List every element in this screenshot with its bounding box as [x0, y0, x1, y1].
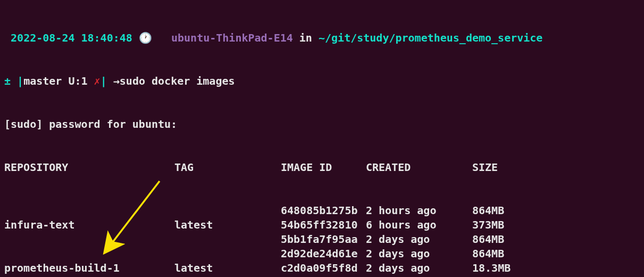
prompt-line-1: 2022-08-24 18:40:48 🕐 ubuntu-ThinkPad-E1… [4, 31, 640, 45]
cell-repository: infura-text [4, 218, 174, 232]
branch-open: | [17, 75, 23, 87]
cell-image-id: 2d92de24d61e [281, 247, 366, 261]
table-row: 5bb1fa7f95aa2 days ago864MB [4, 232, 640, 247]
cell-size: 18.3MB [472, 261, 511, 275]
table-row: infura-textlatest54b65ff328106 hours ago… [4, 218, 640, 232]
cell-image-id: 5bb1fa7f95aa [281, 232, 366, 247]
table-header: REPOSITORYTAGIMAGE IDCREATEDSIZE [4, 160, 640, 175]
cell-created: 2 days ago [366, 261, 472, 275]
header-tag: TAG [174, 160, 281, 175]
git-symbol: ± [4, 75, 11, 87]
hostname: ubuntu-ThinkPad-E14 [171, 31, 293, 44]
cell-size: 864MB [472, 247, 504, 261]
cwd-path: ~/git/study/prometheus_demo_service [319, 31, 542, 44]
cell-created: 6 hours ago [366, 218, 472, 232]
in-word: in [299, 31, 312, 44]
cell-image-id: 54b65ff32810 [281, 218, 366, 232]
cell-repository: prometheus-build-1 [4, 261, 174, 275]
header-created: CREATED [366, 160, 472, 175]
cell-image-id: c2d0a09f5f8d [281, 261, 366, 275]
header-repository: REPOSITORY [4, 160, 174, 175]
table-row: 2d92de24d61e2 days ago864MB [4, 247, 640, 261]
cell-image-id: 648085b1275b [281, 203, 366, 218]
header-size: SIZE [472, 160, 498, 175]
command-text: sudo docker images [120, 75, 235, 87]
cell-created: 2 days ago [366, 247, 472, 261]
terminal-output[interactable]: 2022-08-24 18:40:48 🕐 ubuntu-ThinkPad-E1… [0, 0, 644, 277]
cell-size: 373MB [472, 218, 504, 232]
header-image-id: IMAGE ID [281, 160, 366, 175]
git-dirty-icon: ✗ [94, 75, 101, 87]
prompt-line-2: ± |master U:1 ✗| →sudo docker images [4, 74, 640, 88]
cell-tag: latest [174, 261, 281, 275]
branch-close: | [101, 75, 107, 87]
sudo-prompt: [sudo] password for ubuntu: [4, 117, 640, 132]
git-branch: master U:1 [23, 75, 87, 87]
clock-icon: 🕐 [139, 31, 152, 44]
table-row: 648085b1275b2 hours ago864MB [4, 203, 640, 218]
timestamp: 2022-08-24 18:40:48 [11, 31, 132, 44]
cell-size: 864MB [472, 232, 504, 247]
table-row: prometheus-build-1latestc2d0a09f5f8d2 da… [4, 261, 640, 275]
cell-tag: latest [174, 218, 281, 232]
arrow-icon: → [113, 75, 120, 87]
cell-created: 2 hours ago [366, 203, 472, 218]
cell-created: 2 days ago [366, 232, 472, 247]
cell-size: 864MB [472, 203, 504, 218]
